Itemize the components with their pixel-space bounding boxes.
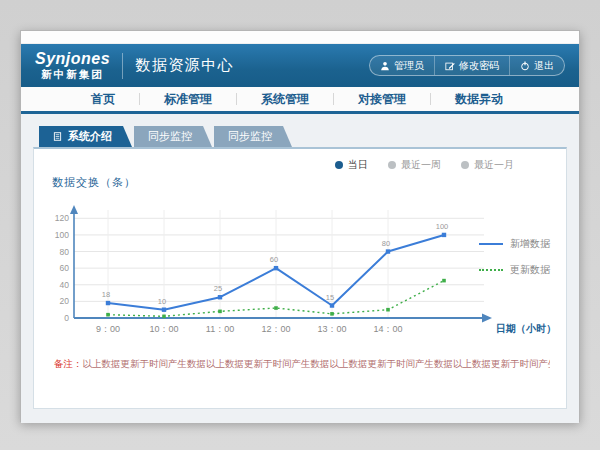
nav-item-1[interactable]: 标准管理	[140, 91, 236, 108]
tab-0[interactable]: 系统介绍	[39, 126, 132, 147]
y-axis-title: 数据交换（条）	[52, 175, 566, 190]
radio-dot-icon	[335, 161, 343, 169]
nav-item-2[interactable]: 系统管理	[237, 91, 333, 108]
svg-text:60: 60	[270, 255, 278, 264]
svg-text:25: 25	[214, 284, 222, 293]
radio-dot-icon	[388, 161, 396, 169]
window-top-strip	[21, 31, 579, 44]
svg-text:12：00: 12：00	[261, 324, 290, 334]
main-nav: 首页标准管理系统管理对接管理数据异动	[21, 87, 579, 114]
svg-text:18: 18	[102, 290, 110, 299]
range-filter-2[interactable]: 最近一月	[461, 158, 514, 172]
line-chart: 0204060801001209：0010：0011：0012：0013：001…	[36, 190, 556, 348]
filter-label: 最近一月	[474, 158, 514, 172]
tab-1[interactable]: 同步监控	[134, 126, 212, 147]
svg-text:15: 15	[326, 293, 334, 302]
user-label: 管理员	[394, 59, 424, 73]
power-icon	[520, 61, 530, 71]
legend-label: 更新数据	[510, 263, 550, 277]
tab-2[interactable]: 同步监控	[214, 126, 292, 147]
tab-label: 系统介绍	[68, 126, 112, 147]
svg-text:10：00: 10：00	[149, 324, 178, 334]
svg-text:100: 100	[436, 222, 449, 231]
content-area: 系统介绍同步监控同步监控 当日最近一周最近一月 数据交换（条） 02040608…	[21, 114, 579, 423]
content-panel: 当日最近一周最近一月 数据交换（条） 0204060801001209：0010…	[33, 147, 567, 409]
range-filter-0[interactable]: 当日	[335, 158, 368, 172]
legend-line-sample	[479, 269, 503, 271]
radio-dot-icon	[461, 161, 469, 169]
range-filter-1[interactable]: 最近一周	[388, 158, 441, 172]
svg-text:日期（小时）: 日期（小时）	[496, 323, 556, 334]
svg-text:80: 80	[382, 239, 390, 248]
app-window: Synjones 新中新集团 数据资源中心 管理员 修改密码 退出 首页标准管理…	[20, 30, 580, 422]
nav-item-4[interactable]: 数据异动	[431, 91, 527, 108]
svg-text:0: 0	[64, 313, 69, 323]
svg-text:100: 100	[55, 230, 69, 240]
nav-item-3[interactable]: 对接管理	[334, 91, 430, 108]
legend-line-sample	[479, 243, 503, 245]
legend-item-1[interactable]: 更新数据	[479, 263, 550, 277]
chart-legend: 新增数据更新数据	[479, 237, 550, 277]
nav-item-0[interactable]: 首页	[67, 91, 139, 108]
logout-label: 退出	[534, 59, 554, 73]
header-divider	[122, 53, 123, 79]
tab-label: 同步监控	[228, 130, 272, 142]
svg-text:10: 10	[158, 297, 166, 306]
app-header: Synjones 新中新集团 数据资源中心 管理员 修改密码 退出	[21, 44, 579, 87]
svg-text:11：00: 11：00	[206, 324, 234, 334]
logo-subtext: 新中新集团	[41, 69, 104, 80]
legend-label: 新增数据	[510, 237, 550, 251]
filter-label: 最近一周	[401, 158, 441, 172]
change-password-button[interactable]: 修改密码	[434, 56, 509, 75]
brand-logo: Synjones 新中新集团	[35, 51, 110, 80]
logo-text: Synjones	[35, 51, 110, 67]
user-menu-button[interactable]: 管理员	[370, 56, 434, 75]
tab-label: 同步监控	[148, 130, 192, 142]
user-icon	[380, 61, 390, 71]
legend-item-0[interactable]: 新增数据	[479, 237, 550, 251]
document-icon	[53, 132, 62, 141]
footnote-label: 备注：	[54, 358, 83, 369]
logout-button[interactable]: 退出	[509, 56, 564, 75]
range-filter-group: 当日最近一周最近一月	[335, 158, 514, 172]
tab-bar: 系统介绍同步监控同步监控	[39, 126, 567, 147]
edit-icon	[445, 61, 455, 71]
svg-text:40: 40	[60, 280, 70, 290]
svg-text:20: 20	[60, 296, 70, 306]
change-password-label: 修改密码	[459, 59, 499, 73]
footnote: 备注：以上数据更新于时间产生数据以上数据更新于时间产生数据以上数据更新于时间产生…	[54, 358, 550, 371]
filter-label: 当日	[348, 158, 368, 172]
svg-text:120: 120	[55, 213, 69, 223]
svg-text:60: 60	[60, 263, 70, 273]
svg-text:9：00: 9：00	[96, 324, 120, 334]
footnote-text: 以上数据更新于时间产生数据以上数据更新于时间产生数据以上数据更新于时间产生数据以…	[83, 358, 551, 369]
svg-text:13：00: 13：00	[317, 324, 346, 334]
svg-text:14：00: 14：00	[373, 324, 402, 334]
user-toolbar: 管理员 修改密码 退出	[369, 55, 565, 76]
svg-text:80: 80	[60, 247, 70, 257]
app-title: 数据资源中心	[135, 56, 234, 75]
